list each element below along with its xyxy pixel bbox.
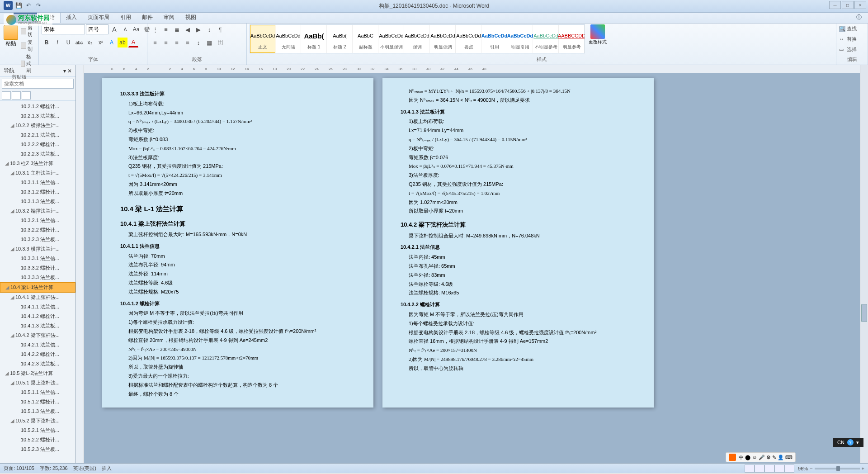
style-标题 2[interactable]: AaBb(标题 2 [327, 25, 353, 53]
line-spacing-button[interactable]: ↕ [193, 38, 203, 47]
document-area[interactable]: 8642246810121416182022242628303234363840… [84, 65, 860, 463]
nav-item[interactable]: 10.5.1.2 螺栓计... [0, 397, 75, 407]
nav-item[interactable]: 10.5.2.2 螺栓计... [0, 435, 75, 445]
ime-toolbar[interactable]: 中 ⬤ ☺ 🎤 ⚙ ✎ 👤 ⌨ [726, 452, 796, 462]
font-name-combo[interactable] [42, 24, 85, 34]
style-引用[interactable]: AaBbCcDd引用 [482, 25, 507, 53]
nav-item[interactable]: 10.3.2.3 法兰板... [0, 235, 75, 244]
underline-button[interactable]: U [63, 38, 73, 47]
view-buttons[interactable] [745, 465, 794, 473]
copy-button[interactable]: 复制 [21, 39, 36, 52]
nav-close-icon[interactable]: ▾ ✕ [63, 68, 72, 74]
redo-button[interactable]: ↷ [34, 1, 42, 9]
align-center-button[interactable]: ≡ [161, 38, 171, 47]
nav-item[interactable]: ◢10.4.2 梁下弦杆法... [0, 331, 75, 340]
style-标题 1[interactable]: AaBb(标题 1 [302, 25, 327, 53]
document-page-2[interactable]: Nᵇₜₘₐₓ = MY1/ΣY²ᵢ + |N|/n = 165593.075×1… [382, 78, 654, 408]
nav-view-pages[interactable] [12, 91, 21, 100]
nav-item[interactable]: 10.5.2.1 法兰信... [0, 426, 75, 435]
nav-item[interactable]: 10.4.2.3 法兰板... [0, 359, 75, 369]
highlight-button[interactable]: ab [118, 38, 127, 47]
strikethrough-button[interactable]: abc [74, 38, 84, 47]
nav-item[interactable]: 10.4.1.3 法兰板... [0, 321, 75, 331]
style-正文[interactable]: AaBbCcDd正文 [250, 25, 275, 53]
language-indicator[interactable]: 英语(美国) [73, 465, 96, 472]
word-icon[interactable]: W [4, 1, 13, 10]
insert-mode[interactable]: 插入 [102, 465, 112, 472]
tab-插入[interactable]: 插入 [61, 12, 82, 23]
nav-item[interactable]: ◢10.5.2 梁下弦杆法... [0, 416, 75, 426]
style-不明显强调[interactable]: AaBbCcDd不明显强调 [379, 25, 404, 53]
nav-item[interactable]: 10.3.2.1 法兰信... [0, 216, 75, 225]
nav-item[interactable]: 10.5.2.3 法兰板... [0, 445, 75, 454]
tab-页面布局[interactable]: 页面布局 [82, 12, 115, 23]
show-marks-button[interactable]: ¶ [215, 24, 225, 34]
replace-button[interactable]: ↔替换 [839, 35, 857, 43]
bullets-button[interactable]: ⋮ [150, 24, 160, 34]
format-painter-button[interactable]: 格式刷 [21, 53, 36, 74]
zoom-slider[interactable] [815, 468, 860, 469]
select-button[interactable]: ▭选择 [839, 45, 857, 54]
page-indicator[interactable]: 页面: 101/105 [4, 465, 34, 472]
nav-item[interactable]: 10.4.2.1 法兰信... [0, 340, 75, 350]
grow-font-button[interactable]: A [109, 24, 119, 34]
numbering-button[interactable]: ≡ [161, 24, 171, 34]
nav-item[interactable]: ◢10.5 梁L-2法兰计算 [0, 369, 75, 378]
nav-item[interactable]: 10.3.1.3 法兰板... [0, 197, 75, 206]
borders-button[interactable]: 田 [215, 38, 225, 47]
style-不明显参考[interactable]: AaBbCcDd不明显参考 [533, 25, 559, 53]
justify-button[interactable]: ≡ [183, 38, 193, 47]
nav-item[interactable]: 10.3.3.1 法兰信... [0, 254, 75, 263]
increase-indent-button[interactable]: ▶ [193, 24, 203, 34]
sort-button[interactable]: ↕ [204, 24, 214, 34]
nav-item[interactable]: ◢10.3.1 主杆法兰计... [0, 168, 75, 178]
superscript-button[interactable]: x² [96, 38, 106, 47]
decrease-indent-button[interactable]: ◀ [183, 24, 193, 34]
tab-视图[interactable]: 视图 [180, 12, 202, 23]
shading-button[interactable]: ▦ [204, 38, 214, 47]
horizontal-ruler[interactable]: 8642246810121416182022242628303234363840… [84, 65, 860, 73]
minimize-button[interactable]: ─ [829, 1, 841, 9]
nav-item[interactable]: 10.3.3.3 法兰板... [0, 273, 75, 282]
align-right-button[interactable]: ≡ [172, 38, 182, 47]
nav-item[interactable]: 10.4.1.1 法兰信... [0, 302, 75, 312]
nav-item[interactable]: ◢10.5.1 梁上弦杆法... [0, 378, 75, 388]
save-button[interactable]: 💾 [14, 1, 23, 9]
zoom-level[interactable]: 96% [798, 466, 808, 471]
change-styles-button[interactable]: 更改样式 [587, 24, 609, 45]
nav-item[interactable]: 10.5.1.3 法兰板... [0, 407, 75, 416]
shrink-font-button[interactable]: A [120, 24, 130, 34]
nav-item[interactable]: 10.2.1.2 螺栓计... [0, 102, 75, 111]
font-color-button[interactable]: A [128, 38, 138, 47]
nav-item[interactable]: 10.5.1.1 法兰信... [0, 388, 75, 397]
ime-badge[interactable]: CN ? ▾ [833, 438, 863, 447]
nav-view-results[interactable] [22, 91, 31, 100]
nav-item[interactable]: ◢10.3 柱Z-3法兰计算 [0, 159, 75, 168]
help-button[interactable]: ⓘ [854, 12, 863, 23]
style-副标题[interactable]: AaBbC副标题 [353, 25, 378, 53]
close-button[interactable]: × [854, 1, 866, 9]
nav-item[interactable]: 10.3.1.2 螺栓计... [0, 187, 75, 197]
tab-引用[interactable]: 引用 [115, 12, 137, 23]
nav-item[interactable]: 10.2.2.1 法兰信... [0, 130, 75, 140]
document-page-1[interactable]: 10.3.3.3 法兰板计算1)板上均布荷载:Lx=66.204mm,Ly=44… [102, 78, 373, 408]
style-明显引用[interactable]: AaBbCcDd明显引用 [508, 25, 533, 53]
zoom-out-button[interactable]: − [810, 466, 812, 471]
style-gallery[interactable]: AaBbCcDd正文AaBbCcDd无间隔AaBb(标题 1AaBb(标题 2A… [250, 24, 585, 53]
maximize-button[interactable]: □ [842, 1, 854, 9]
nav-view-headings[interactable] [2, 91, 11, 100]
nav-item[interactable]: ◢10.4 梁L-1法兰计算 [0, 282, 75, 293]
style-明显强调[interactable]: AaBbCcDd明显强调 [430, 25, 456, 53]
nav-item[interactable]: 10.4.1.2 螺栓计... [0, 312, 75, 321]
find-button[interactable]: 🔍查找 [839, 24, 857, 33]
multilevel-button[interactable]: ≣ [172, 24, 182, 34]
italic-button[interactable]: I [52, 38, 62, 47]
style-无间隔[interactable]: AaBbCcDd无间隔 [276, 25, 301, 53]
nav-item[interactable]: 10.2.1.3 法兰板... [0, 111, 75, 121]
text-effects-button[interactable]: A [107, 38, 117, 47]
style-明显参考[interactable]: AABBCCDD明显参考 [559, 25, 585, 53]
nav-item[interactable]: 10.3.2.2 螺栓计... [0, 225, 75, 235]
nav-item[interactable]: 10.2.2.3 法兰板... [0, 149, 75, 159]
nav-item[interactable]: 10.3.3.2 螺栓计... [0, 263, 75, 273]
nav-item[interactable]: ◢10.3.3 横撑法兰计... [0, 244, 75, 254]
